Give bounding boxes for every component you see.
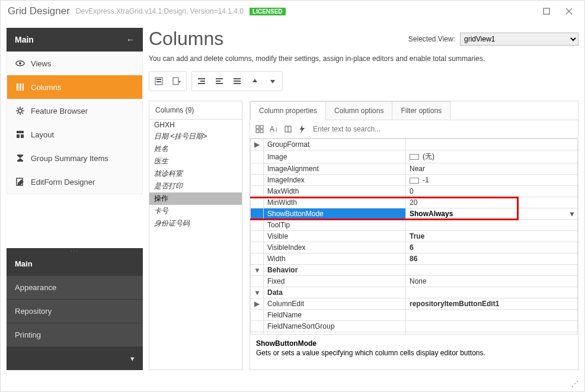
svg-rect-20 <box>216 78 223 79</box>
property-value[interactable]: (无) <box>406 150 578 163</box>
property-value[interactable] <box>406 287 578 298</box>
column-item[interactable]: 就诊科室 <box>149 168 242 180</box>
indent-left-button[interactable] <box>193 73 210 89</box>
expand-icon <box>251 276 264 287</box>
expand-icon <box>251 208 264 220</box>
column-item[interactable]: 是否打印 <box>149 180 242 192</box>
property-value[interactable]: Value <box>406 332 578 335</box>
ungroup-button[interactable] <box>229 73 245 89</box>
alphabetical-icon[interactable]: A↓ <box>268 123 280 135</box>
property-description-text: Gets or sets a value specifying which co… <box>256 349 572 357</box>
svg-rect-9 <box>17 131 24 133</box>
property-value[interactable] <box>406 139 578 150</box>
property-row[interactable]: VisibleIndex6 <box>251 242 578 253</box>
column-item[interactable]: 日期 <挂号日期> <box>149 130 242 143</box>
property-value[interactable]: 86 <box>406 253 578 265</box>
tab-column-options[interactable]: Column options <box>325 101 392 120</box>
property-value[interactable]: 0 <box>406 186 578 197</box>
tab-column-properties[interactable]: Column properties <box>250 101 326 120</box>
column-item[interactable]: 医生 <box>149 155 242 168</box>
property-name: GroupFormat <box>264 139 406 150</box>
property-category[interactable]: ▾Behavior <box>251 265 578 276</box>
expand-icon <box>251 220 264 231</box>
expand-icon <box>251 150 264 163</box>
remove-column-button[interactable] <box>168 73 185 89</box>
property-row[interactable]: ▶ColumnEditrepositoryItemButtonEdit1 <box>251 298 578 310</box>
sidebar-item-group-summary-items[interactable]: Group Summary Items <box>7 146 142 170</box>
add-column-button[interactable] <box>151 73 167 89</box>
column-item[interactable]: 身份证号码 <box>149 217 242 230</box>
sidebar-section-main[interactable]: Main <box>7 252 143 275</box>
sidebar-item-label: Layout <box>31 130 54 139</box>
sidebar-item-editform-designer[interactable]: EditForm Designer <box>7 170 142 194</box>
sidebar-item-label: Views <box>31 59 51 68</box>
property-row[interactable]: FieldName <box>251 310 578 321</box>
property-value[interactable]: 6 <box>406 242 578 253</box>
property-name: Behavior <box>264 265 406 276</box>
back-arrow-icon[interactable]: ← <box>126 35 135 44</box>
sidebar-item-columns[interactable]: Columns <box>7 75 142 99</box>
property-row[interactable]: ToolTip <box>251 220 578 231</box>
sidebar-item-views[interactable]: Views <box>7 52 142 75</box>
categorized-icon[interactable] <box>254 123 266 135</box>
property-row[interactable]: ▶GroupFormat <box>251 139 578 150</box>
property-name: FilterMode <box>264 332 406 335</box>
move-up-button[interactable] <box>247 73 263 89</box>
property-value[interactable] <box>406 310 578 321</box>
property-value[interactable]: repositoryItemButtonEdit1 <box>406 298 578 310</box>
columns-list: Columns (9) GHXH日期 <挂号日期>姓名医生就诊科室是否打印操作卡… <box>149 101 242 370</box>
property-row[interactable]: VisibleTrue <box>251 231 578 242</box>
sidebar-section-appearance[interactable]: Appearance <box>7 275 143 299</box>
property-row[interactable]: Width86 <box>251 253 578 265</box>
maximize-button[interactable] <box>538 5 555 17</box>
property-value[interactable]: None <box>406 276 578 287</box>
sidebar-expand-button[interactable]: ▾ <box>7 346 143 370</box>
property-row[interactable]: FixedNone <box>251 276 578 287</box>
expand-icon[interactable]: ▶ <box>251 139 264 150</box>
property-name: ImageIndex <box>264 175 406 186</box>
property-row[interactable]: FieldNameSortGroup <box>251 321 578 332</box>
sidebar-section-repository[interactable]: Repository <box>7 299 143 323</box>
property-value[interactable] <box>406 220 578 231</box>
property-value[interactable]: 20 <box>406 197 578 208</box>
close-button[interactable] <box>561 5 577 17</box>
property-search-input[interactable] <box>311 123 574 136</box>
indent-right-button[interactable] <box>211 73 228 89</box>
column-item[interactable]: GHXH <box>149 120 242 130</box>
property-value[interactable]: True <box>406 231 578 242</box>
column-item[interactable]: 操作 <box>149 192 242 205</box>
svg-rect-11 <box>21 134 24 138</box>
property-row[interactable]: FilterModeValue <box>251 332 578 335</box>
property-value[interactable]: Near <box>406 163 578 175</box>
selected-view-dropdown[interactable]: gridView1 <box>460 33 578 46</box>
property-row[interactable]: MinWidth20 <box>251 197 578 208</box>
resize-grip-icon[interactable]: ⋰ <box>571 380 578 388</box>
expand-icon[interactable]: ▶ <box>251 298 264 310</box>
property-row[interactable]: MaxWidth0 <box>251 186 578 197</box>
column-item[interactable]: 姓名 <box>149 143 242 155</box>
dropdown-icon[interactable]: ▾ <box>570 210 574 218</box>
property-row[interactable]: Image(无) <box>251 150 578 163</box>
events-icon[interactable] <box>296 123 308 135</box>
property-value[interactable] <box>406 265 578 276</box>
property-row[interactable]: ImageIndex-1 <box>251 175 578 186</box>
titlebar: Grid Designer DevExpress.XtraGrid.v14.1.… <box>1 1 584 22</box>
expand-icon[interactable]: ▾ <box>251 287 264 298</box>
property-row[interactable]: ImageAlignmentNear <box>251 163 578 175</box>
property-value[interactable] <box>406 321 578 332</box>
sidebar-item-layout[interactable]: Layout <box>7 123 142 146</box>
expand-icon[interactable]: ▾ <box>251 265 264 276</box>
move-down-button[interactable] <box>264 73 281 89</box>
tab-filter-options[interactable]: Filter options <box>392 101 450 120</box>
property-value[interactable]: -1 <box>406 175 578 186</box>
property-row[interactable]: ShowButtonModeShowAlways▾ <box>251 208 578 220</box>
column-item[interactable]: 卡号 <box>149 205 242 217</box>
properties-icon[interactable] <box>282 123 294 135</box>
svg-rect-24 <box>234 81 241 82</box>
svg-point-4 <box>19 62 21 65</box>
sidebar-item-feature-browser[interactable]: Feature Browser <box>7 99 142 123</box>
property-category[interactable]: ▾Data <box>251 287 578 298</box>
property-value[interactable]: ShowAlways▾ <box>406 208 578 220</box>
property-grid-scroll[interactable]: ▶GroupFormatImage(无)ImageAlignmentNearIm… <box>250 139 578 334</box>
sidebar-section-printing[interactable]: Printing <box>7 323 143 346</box>
